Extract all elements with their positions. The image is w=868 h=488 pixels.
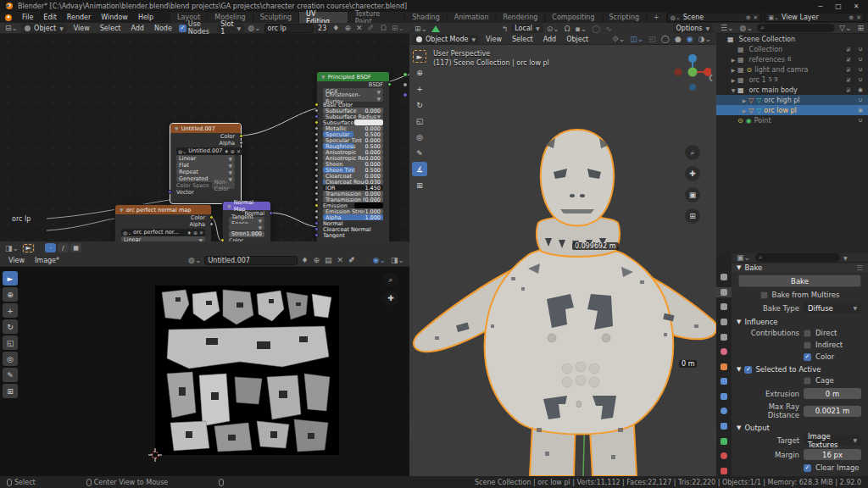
node-input-row[interactable]: Clearcoat Roughness0.030▼: [317, 179, 389, 185]
target-dropdown[interactable]: Image Textures▼: [804, 435, 861, 446]
use-nodes-checkbox[interactable]: ✓: [179, 25, 186, 32]
menu-item[interactable]: Node: [149, 25, 177, 32]
zoom-icon[interactable]: ⌕: [685, 145, 700, 160]
snap-magnet-icon[interactable]: Ω: [563, 25, 572, 33]
extension-dropdown[interactable]: Repeat▼: [176, 169, 235, 175]
image-browse-icon[interactable]: ◍⌄: [246, 24, 262, 32]
exclude-checkbox[interactable]: ✓: [845, 46, 852, 53]
menu-item[interactable]: View: [481, 36, 507, 43]
node-input-row[interactable]: Roughness0.500▼: [317, 143, 389, 149]
node-input-row[interactable]: Emission Strength1.000▼: [317, 208, 389, 214]
shading-solid-icon[interactable]: ●: [673, 35, 683, 43]
open-image-icon[interactable]: ▤: [323, 256, 334, 264]
node-input-row[interactable]: Sheen Tint0.500▼: [317, 167, 389, 173]
input-socket[interactable]: [314, 108, 319, 113]
margin-field[interactable]: 16 px: [804, 449, 861, 460]
new-view-layer-icon[interactable]: ⊕: [849, 14, 854, 21]
navigation-gizmo[interactable]: [674, 52, 711, 91]
vector-input-socket[interactable]: [168, 190, 172, 194]
visibility-eye-icon[interactable]: ∪: [855, 117, 865, 124]
workspace-tab[interactable]: Compositing: [545, 12, 602, 23]
workspace-tab[interactable]: Animation: [448, 12, 497, 23]
pan-hand-icon[interactable]: ✚: [685, 166, 700, 181]
modifiers-tab[interactable]: [716, 376, 732, 387]
new-scene-icon[interactable]: ⊕: [746, 14, 751, 21]
menu-item[interactable]: Select: [507, 36, 538, 43]
measure-tool[interactable]: ∡: [412, 162, 427, 176]
input-socket[interactable]: [314, 103, 319, 107]
input-socket[interactable]: [314, 215, 319, 219]
annotate-tool[interactable]: ✎: [3, 368, 18, 382]
expand-arrow-icon[interactable]: ▶: [740, 108, 748, 114]
input-socket[interactable]: [314, 233, 319, 237]
input-socket[interactable]: [314, 114, 319, 119]
physics-tab[interactable]: [716, 406, 732, 417]
ortho-toggle-icon[interactable]: ⊞: [685, 208, 700, 224]
uv-select-face-button[interactable]: ▦: [70, 243, 81, 252]
node-input-row[interactable]: Normal▼: [317, 220, 389, 226]
input-socket[interactable]: [314, 221, 319, 225]
workspace-tab[interactable]: +: [647, 12, 667, 23]
image-name-field[interactable]: orc lp: [264, 24, 314, 33]
select-tool[interactable]: ►: [3, 271, 18, 286]
menu-item[interactable]: Edit: [38, 14, 62, 21]
add-cube-tool[interactable]: ⊞: [412, 178, 427, 192]
input-socket[interactable]: [314, 197, 319, 202]
fake-user-icon[interactable]: ♦: [299, 256, 309, 264]
cursor-tool[interactable]: ⊕: [3, 287, 18, 302]
colorspace-dropdown[interactable]: Non-Color: [212, 182, 235, 189]
normal-map-node[interactable]: ▼Normal Map Normal Tangent Space▼ ▼ Stre…: [222, 201, 271, 241]
input-socket[interactable]: [314, 156, 319, 160]
shading-rendered-icon[interactable]: ◑⌄: [697, 35, 713, 43]
visibility-eye-icon[interactable]: ∪: [855, 76, 865, 83]
clear-image-checkbox[interactable]: ✓: [804, 464, 811, 472]
exclude-checkbox[interactable]: ✓: [845, 86, 852, 93]
color-output-socket[interactable]: [209, 215, 214, 219]
selected-to-active-checkbox[interactable]: ✓: [744, 366, 752, 374]
input-socket[interactable]: [314, 227, 319, 231]
menu-item[interactable]: Object: [561, 36, 593, 43]
world-tab[interactable]: [716, 347, 732, 358]
node-header[interactable]: ▼Principled BSDF: [317, 72, 389, 81]
node-input-row[interactable]: Base Color▼: [317, 102, 389, 108]
node-input-row[interactable]: Clearcoat Normal▼: [317, 226, 389, 232]
cursor-tool[interactable]: ⊕: [412, 65, 427, 80]
mode-dropdown[interactable]: Object Mode▼: [413, 35, 479, 44]
interpolation-dropdown[interactable]: Linear▼: [176, 155, 235, 162]
pin-icon[interactable]: ✐: [347, 256, 357, 264]
overlays-dropdown-icon[interactable]: ◫⌄: [628, 35, 645, 43]
node-input-row[interactable]: Emission▼: [317, 202, 389, 208]
texture-tab[interactable]: [716, 466, 732, 477]
move-tool[interactable]: +: [3, 303, 18, 318]
new-collection-icon[interactable]: ⊞: [855, 24, 865, 32]
outliner-row[interactable]: ▶ ▽ ▽ orc high pl ✓ ∪: [716, 95, 868, 105]
editor-type-icon[interactable]: ⊞⌄: [413, 25, 429, 33]
visibility-eye-icon[interactable]: ∪: [855, 97, 865, 103]
output-panel-header[interactable]: ▼Output: [732, 424, 868, 432]
scale-tool[interactable]: ◱: [412, 114, 427, 128]
view-layer-tab[interactable]: [716, 317, 732, 328]
object-tab[interactable]: [716, 361, 732, 372]
visibility-eye-icon[interactable]: ∪: [855, 66, 865, 73]
new-image-icon[interactable]: ⊕: [231, 148, 235, 154]
node-header[interactable]: ▼Untitled.007: [170, 124, 241, 133]
workspace-tab[interactable]: Shading: [405, 12, 448, 23]
exclude-checkbox[interactable]: ✓: [845, 66, 852, 73]
menu-item[interactable]: Select: [95, 25, 126, 32]
editor-type-icon[interactable]: ⊟⌄: [3, 24, 19, 32]
menu-item[interactable]: Add: [125, 25, 149, 32]
sidebar-collapse-arrow[interactable]: ❮: [708, 74, 714, 81]
input-socket[interactable]: [314, 209, 319, 214]
view-layer-selector[interactable]: ▣⌄ View Layer ⊕✕: [765, 13, 865, 22]
image-datablock-field[interactable]: ◍⌄Untitled.007♦⊕✕: [176, 147, 242, 155]
node-input-row[interactable]: Subsurface Color▼: [317, 119, 389, 125]
rotate-tool[interactable]: ↻: [3, 319, 18, 334]
scene-selector[interactable]: ◍⌄ Scene ⊕✕: [667, 13, 762, 22]
proportional-editing-icon[interactable]: ◯: [590, 25, 602, 33]
slot-dropdown[interactable]: Slot 1▼: [217, 24, 244, 33]
active-tool-button[interactable]: ►: [22, 243, 35, 253]
max-ray-distance-field[interactable]: 0.0021 m: [804, 406, 861, 417]
bsdf-output-socket[interactable]: [387, 82, 392, 86]
expand-arrow-icon[interactable]: ▼: [729, 87, 737, 93]
projection-dropdown[interactable]: Flat▼: [176, 162, 235, 169]
